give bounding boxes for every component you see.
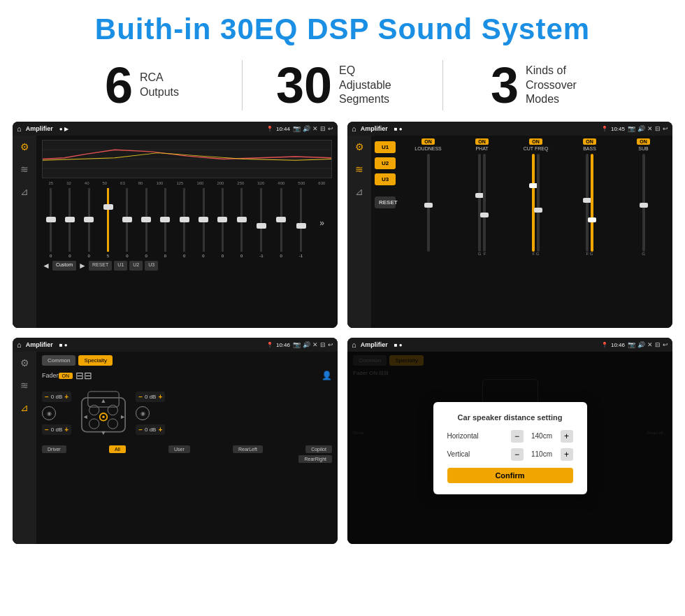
svg-point-7 [89, 419, 99, 429]
db-minus-rr[interactable]: − [138, 426, 143, 434]
eq-bottom-bar: ◄ Custom ► RESET U1 U2 U3 [42, 261, 332, 271]
ch-slider-cutfreq-f[interactable] [532, 154, 535, 252]
btn-all[interactable]: All [109, 445, 126, 453]
crossover-main: ON LOUDNESS ON PHAT [399, 136, 672, 328]
status-bar-4: ⌂ Amplifier ■ ● 📍 10:46 📷🔊✕⊟↩ [347, 338, 672, 352]
expand-icon[interactable]: » [319, 218, 324, 228]
tab-specialty[interactable]: Specialty [78, 355, 112, 366]
eq-main: 253240506380100125160200250320400500630 … [36, 136, 338, 328]
screen-fader: ⌂ Amplifier ■ ● 📍 10:46 📷🔊✕⊟↩ ⚙ ≋ ⊿ Comm… [13, 338, 338, 544]
ch-on-sub[interactable]: ON [637, 138, 650, 145]
dialog-horizontal-minus[interactable]: − [511, 430, 524, 443]
eq-slider-6[interactable]: 0 [164, 188, 166, 258]
channel-cutfreq: ON CUT FREQ F G [510, 138, 561, 256]
home-icon-3[interactable]: ⌂ [17, 341, 22, 349]
ch-slider-sub-g[interactable] [642, 154, 645, 252]
u-btn-2[interactable]: U2 [375, 157, 396, 169]
eq-slider-7[interactable]: 0 [183, 188, 185, 258]
channel-phat: ON PHAT G F [456, 138, 507, 256]
u-btn-3[interactable]: U3 [375, 173, 396, 185]
ch-slider-loudness-1[interactable] [427, 154, 430, 252]
u-btn-1[interactable]: U1 [375, 141, 396, 153]
wave-icon[interactable]: ≋ [20, 164, 29, 175]
btn-rearleft[interactable]: RearLeft [233, 445, 263, 453]
eq-icon[interactable]: ⚙ [20, 141, 29, 152]
ch-on-cutfreq[interactable]: ON [529, 138, 542, 145]
ch-sliders-phat [478, 154, 486, 252]
fader-on-badge[interactable]: ON [59, 373, 73, 379]
dialog-vertical-minus[interactable]: − [511, 448, 524, 461]
tab-common[interactable]: Common [42, 355, 75, 366]
btn-user[interactable]: User [168, 445, 190, 453]
eq-slider-3[interactable]: 5 [107, 188, 109, 258]
speaker-icon[interactable]: ⊿ [20, 186, 29, 197]
eq-slider-1[interactable]: 0 [68, 188, 71, 258]
eq-btn-u1[interactable]: U1 [114, 261, 127, 271]
db-plus-rl[interactable]: + [64, 426, 68, 434]
dialog-row-horizontal: Horizontal − 140cm + [447, 430, 573, 443]
page-title: Buith-in 30EQ DSP Sound System [0, 0, 685, 53]
ch-on-bass[interactable]: ON [583, 138, 596, 145]
eq-slider-9[interactable]: 0 [222, 188, 224, 258]
stat-eq: 30 EQ AdjustableSegments [242, 60, 443, 110]
prev-arrow[interactable]: ◄ [42, 261, 50, 271]
eq-btn-u2[interactable]: U2 [129, 261, 143, 271]
eq-slider-10[interactable]: 0 [240, 188, 243, 258]
db-plus-fr[interactable]: + [158, 393, 162, 401]
eq-slider-0[interactable]: 0 [50, 188, 52, 258]
dialog-horizontal-plus[interactable]: + [561, 430, 573, 443]
eq-slider-5[interactable]: 0 [145, 188, 147, 258]
speaker-icon-3[interactable]: ⊿ [20, 402, 29, 413]
ch-slider-phat-g[interactable] [478, 154, 481, 252]
eq-slider-8[interactable]: 0 [202, 188, 204, 258]
fader-slider-icon[interactable]: ⊟⊟ [75, 370, 92, 381]
cutfreq-labels: F G [533, 252, 540, 256]
eq-btn-reset[interactable]: RESET [89, 261, 112, 271]
ch-on-loudness[interactable]: ON [421, 138, 435, 145]
db-minus-rl[interactable]: − [45, 426, 49, 434]
eq-btn-u3[interactable]: U3 [145, 261, 158, 271]
channel-loudness: ON LOUDNESS [403, 138, 454, 256]
eq-slider-2[interactable]: 0 [88, 188, 90, 258]
eq-icon-3[interactable]: ⚙ [20, 357, 29, 368]
ch-slider-phat-f[interactable] [483, 154, 486, 252]
home-icon-2[interactable]: ⌂ [352, 124, 356, 133]
db-plus-fl[interactable]: + [64, 393, 68, 401]
db-control-rl: − 0 dB + [42, 424, 71, 435]
fader-main: Common Specialty Fader ON ⊟⊟ 👤 − 0 dB [36, 352, 338, 544]
eq-slider-11[interactable]: -1 [259, 188, 263, 258]
btn-copilot[interactable]: Copilot [305, 445, 332, 453]
status-dots-2: ■ ● [394, 126, 403, 132]
btn-rearright[interactable]: RearRight [298, 455, 332, 463]
eq-btn-custom[interactable]: Custom [52, 261, 76, 271]
svg-text:▼: ▼ [101, 429, 107, 436]
eq-slider-12[interactable]: 0 [280, 188, 282, 258]
dialog-horizontal-label: Horizontal [447, 432, 489, 440]
eq-slider-13[interactable]: -1 [299, 188, 303, 258]
eq-icon-2[interactable]: ⚙ [355, 141, 364, 152]
fader-header: Fader ON ⊟⊟ 👤 [42, 370, 332, 381]
next-arrow[interactable]: ► [78, 261, 87, 271]
ch-label-loudness: LOUDNESS [414, 146, 442, 151]
ch-slider-bass-f[interactable] [586, 154, 589, 252]
wave-icon-3[interactable]: ≋ [20, 380, 29, 391]
eq-freq-labels: 253240506380100125160200250320400500630 [42, 181, 332, 185]
dialog-title: Car speaker distance setting [447, 413, 573, 422]
db-plus-rr[interactable]: + [158, 426, 162, 434]
btn-driver[interactable]: Driver [42, 445, 66, 453]
wave-icon-2[interactable]: ≋ [355, 164, 363, 175]
ch-slider-bass-g[interactable] [591, 154, 593, 252]
eq-slider-4[interactable]: 0 [126, 188, 128, 258]
ch-on-phat[interactable]: ON [475, 138, 489, 145]
profile-icon[interactable]: 👤 [322, 371, 332, 380]
confirm-button[interactable]: Confirm [447, 468, 573, 483]
ch-slider-cutfreq-g[interactable] [537, 154, 540, 252]
db-minus-fr[interactable]: − [138, 393, 143, 401]
speaker-icon-2[interactable]: ⊿ [355, 186, 363, 197]
stat-crossover-label: Kinds ofCrossover Modes [526, 64, 596, 107]
dialog-vertical-plus[interactable]: + [561, 448, 573, 461]
home-icon-1[interactable]: ⌂ [17, 124, 22, 133]
db-minus-fl[interactable]: − [45, 393, 49, 401]
home-icon-4[interactable]: ⌂ [352, 341, 356, 349]
reset-btn[interactable]: RESET [375, 196, 396, 208]
